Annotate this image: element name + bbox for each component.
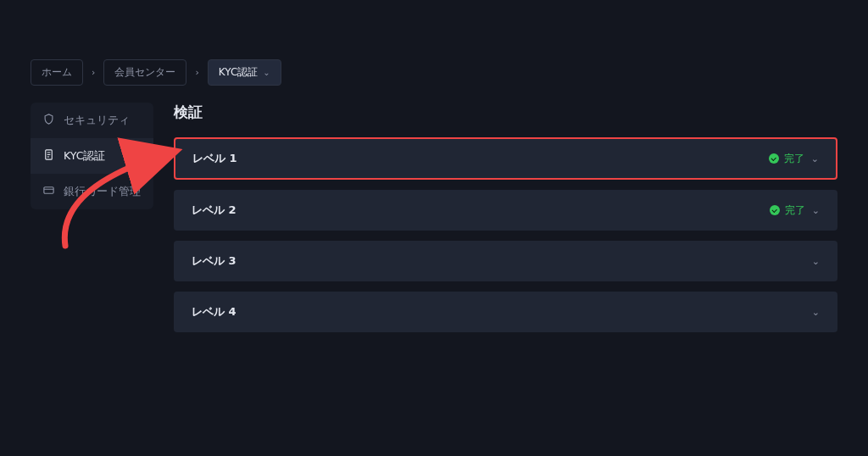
level-label: レベル 1 [192,151,237,166]
level-row-3[interactable]: レベル 3 ⌄ [174,241,837,281]
check-circle-icon [770,205,780,215]
sidebar: セキュリティ KYC認証 銀行カード管理 [31,103,153,209]
level-row-right: 完了 ⌄ [770,203,820,218]
page-title: 検証 [174,103,837,122]
svg-rect-1 [44,187,53,194]
level-row-1[interactable]: レベル 1 完了 ⌄ [174,137,837,180]
main-content: 検証 レベル 1 完了 ⌄ レベル 2 完了 ⌄ レベル 3 [174,103,837,342]
document-icon [42,148,55,164]
layout: セキュリティ KYC認証 銀行カード管理 検証 レベル 1 [0,86,868,342]
sidebar-item-label: セキュリティ [64,114,130,128]
status-badge: 完了 [770,203,805,218]
level-label: レベル 3 [192,253,236,269]
breadcrumb-current[interactable]: KYC認証 ⌄ [208,59,281,86]
breadcrumb-separator: › [92,67,95,78]
breadcrumb-member-center-label: 会員センター [114,65,175,80]
check-circle-icon [769,153,779,164]
level-row-2[interactable]: レベル 2 完了 ⌄ [174,190,837,231]
card-icon [42,184,55,199]
chevron-down-icon: ⌄ [263,68,270,77]
status-label: 完了 [784,152,804,166]
level-row-right: ⌄ [812,256,820,267]
status-label: 完了 [785,203,805,218]
breadcrumb-separator: › [195,67,198,78]
level-label: レベル 2 [192,203,236,218]
shield-icon [42,113,55,128]
level-row-4[interactable]: レベル 4 ⌄ [174,292,837,332]
chevron-down-icon: ⌄ [812,205,820,216]
sidebar-item-label: 銀行カード管理 [64,185,141,199]
chevron-down-icon: ⌄ [812,256,820,267]
sidebar-item-bank-cards[interactable]: 銀行カード管理 [31,174,153,209]
breadcrumb-member-center[interactable]: 会員センター [103,59,186,86]
sidebar-item-security[interactable]: セキュリティ [31,103,153,138]
breadcrumb-home[interactable]: ホーム [31,59,83,86]
chevron-down-icon: ⌄ [812,307,820,318]
breadcrumb-current-label: KYC認証 [219,65,259,80]
status-badge: 完了 [769,152,804,166]
chevron-down-icon: ⌄ [811,153,819,164]
breadcrumb: ホーム › 会員センター › KYC認証 ⌄ [0,0,868,86]
level-label: レベル 4 [192,304,236,320]
sidebar-item-kyc[interactable]: KYC認証 [31,138,153,174]
level-row-right: ⌄ [812,307,820,318]
level-row-right: 完了 ⌄ [769,152,819,166]
breadcrumb-home-label: ホーム [42,65,72,80]
sidebar-item-label: KYC認証 [64,149,105,164]
